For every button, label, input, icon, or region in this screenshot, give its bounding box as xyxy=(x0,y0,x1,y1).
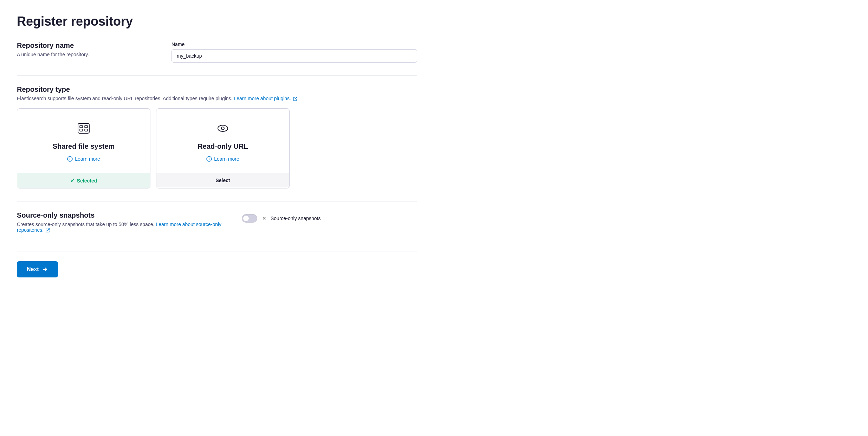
repo-type-description: Elasticsearch supports file system and r… xyxy=(17,96,417,101)
svg-rect-2 xyxy=(85,126,88,128)
shared-file-system-learn-more-label: Learn more xyxy=(75,156,100,162)
info-circle-icon-1 xyxy=(67,156,73,162)
shared-file-system-title: Shared file system xyxy=(53,142,115,150)
read-only-url-learn-more-link[interactable]: Learn more xyxy=(206,156,239,162)
next-button-label: Next xyxy=(27,266,39,272)
shared-file-system-selected-button[interactable]: ✓ Selected xyxy=(17,173,150,188)
svg-rect-4 xyxy=(85,129,88,131)
database-icon xyxy=(75,120,92,137)
next-arrow-icon xyxy=(42,266,48,272)
divider-2 xyxy=(17,201,417,201)
repo-type-section-title: Repository type xyxy=(17,85,417,94)
svg-point-12 xyxy=(209,158,209,158)
eye-icon xyxy=(214,120,231,137)
repo-type-cards: Shared file system Learn more ✓ Selected xyxy=(17,108,417,188)
read-only-url-select-button[interactable]: Select xyxy=(156,173,289,187)
page-title: Register repository xyxy=(17,14,417,29)
read-only-url-learn-more-label: Learn more xyxy=(214,156,239,162)
info-circle-icon-2 xyxy=(206,156,212,162)
snapshots-external-link-icon xyxy=(46,228,50,232)
repo-type-description-text: Elasticsearch supports file system and r… xyxy=(17,96,232,101)
snapshots-left: Source-only snapshots Creates source-onl… xyxy=(17,211,228,237)
shared-file-system-action-label: Selected xyxy=(77,178,97,184)
repo-name-description: A unique name for the repository. xyxy=(17,52,157,57)
snapshots-container: Source-only snapshots Creates source-onl… xyxy=(17,211,417,237)
repo-name-section-title: Repository name xyxy=(17,41,157,50)
svg-point-9 xyxy=(221,127,224,130)
read-only-url-title: Read-only URL xyxy=(197,142,248,150)
divider-3 xyxy=(17,251,417,251)
repo-type-section: Repository type Elasticsearch supports f… xyxy=(17,85,417,188)
repo-name-left: Repository name A unique name for the re… xyxy=(17,41,157,62)
snapshots-description-text: Creates source-only snapshots that take … xyxy=(17,222,154,227)
shared-file-system-card: Shared file system Learn more ✓ Selected xyxy=(17,108,150,188)
svg-point-7 xyxy=(70,158,70,158)
svg-point-8 xyxy=(218,125,228,132)
external-link-icon xyxy=(293,97,297,101)
source-only-toggle[interactable] xyxy=(242,214,257,223)
repo-name-section: Repository name A unique name for the re… xyxy=(17,41,417,63)
learn-more-plugins-label: Learn more about plugins. xyxy=(234,96,291,101)
snapshots-section: Source-only snapshots Creates source-onl… xyxy=(17,211,417,237)
repository-name-input[interactable] xyxy=(171,49,417,63)
svg-rect-1 xyxy=(80,126,83,128)
snapshots-right: ✕ Source-only snapshots xyxy=(242,211,320,223)
next-button[interactable]: Next xyxy=(17,261,58,277)
read-only-url-card-content: Read-only URL Learn more xyxy=(156,109,289,173)
read-only-url-action-label: Select xyxy=(215,178,230,183)
snapshots-section-title: Source-only snapshots xyxy=(17,211,228,219)
snapshots-toggle-label: Source-only snapshots xyxy=(271,216,320,221)
repo-name-right: Name xyxy=(171,41,417,63)
svg-rect-0 xyxy=(78,123,89,133)
learn-more-plugins-link[interactable]: Learn more about plugins. xyxy=(234,96,297,101)
toggle-thumb xyxy=(243,215,249,222)
selected-checkmark: ✓ xyxy=(70,177,75,184)
shared-file-system-learn-more-link[interactable]: Learn more xyxy=(67,156,100,162)
svg-rect-3 xyxy=(80,129,83,131)
name-label: Name xyxy=(171,41,417,47)
toggle-x-icon: ✕ xyxy=(261,215,267,222)
snapshots-description: Creates source-only snapshots that take … xyxy=(17,222,228,233)
shared-file-system-card-content: Shared file system Learn more xyxy=(17,109,150,173)
divider-1 xyxy=(17,75,417,76)
read-only-url-card: Read-only URL Learn more Select xyxy=(156,108,290,188)
